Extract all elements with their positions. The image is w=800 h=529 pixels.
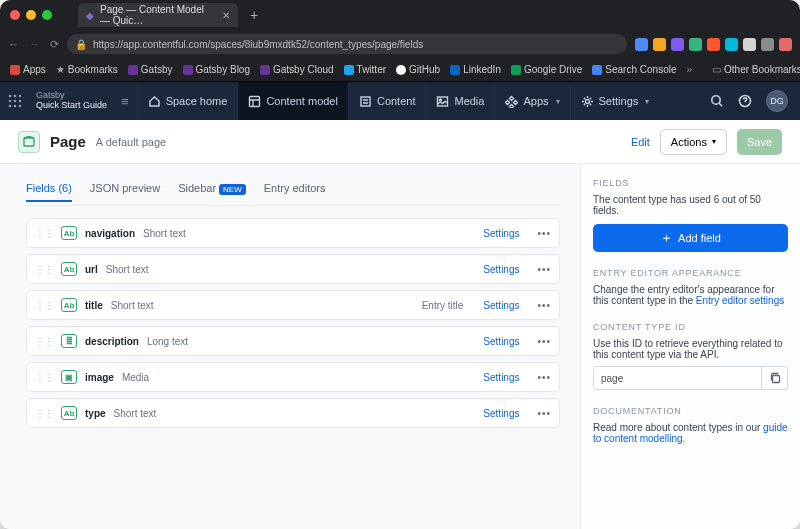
browser-toolbar: ← → ⟳ 🔒 https://app.contentful.com/space…: [0, 30, 800, 58]
bookmark-item[interactable]: Twitter: [344, 64, 386, 75]
content-type-header: Page A default page Edit Actions▾ Save: [0, 120, 800, 164]
field-settings-link[interactable]: Settings: [483, 336, 519, 347]
appearance-text: Change the entry editor's appearance for…: [593, 284, 788, 306]
minimize-window-button[interactable]: [26, 10, 36, 20]
drag-handle-icon[interactable]: ⋮⋮: [35, 408, 53, 419]
field-row[interactable]: ⋮⋮AbtypeShort textSettings•••: [26, 398, 560, 428]
bookmark-item[interactable]: Apps: [10, 64, 46, 75]
address-bar[interactable]: 🔒 https://app.contentful.com/spaces/8iub…: [67, 34, 627, 54]
drag-handle-icon[interactable]: ⋮⋮: [35, 228, 53, 239]
close-window-button[interactable]: [10, 10, 20, 20]
svg-point-7: [14, 105, 17, 108]
svg-point-5: [19, 100, 22, 103]
close-tab-icon[interactable]: ✕: [222, 10, 230, 21]
extension-icon[interactable]: [779, 38, 792, 51]
field-more-icon[interactable]: •••: [537, 228, 551, 239]
content-tabs: Fields (6) JSON preview SidebarNEW Entry…: [26, 178, 560, 206]
svg-point-2: [19, 95, 22, 98]
extension-icon[interactable]: [743, 38, 756, 51]
bookmark-item[interactable]: Gatsby Blog: [183, 64, 250, 75]
sidebar-heading: CONTENT TYPE ID: [593, 322, 788, 332]
tab-fields[interactable]: Fields (6): [26, 182, 72, 202]
maximize-window-button[interactable]: [42, 10, 52, 20]
content-type-id-input[interactable]: [593, 366, 762, 390]
help-icon[interactable]: [738, 94, 752, 108]
extension-icon[interactable]: [725, 38, 738, 51]
field-kind: Short text: [143, 228, 186, 239]
svg-point-1: [14, 95, 17, 98]
field-row[interactable]: ⋮⋮AbnavigationShort textSettings•••: [26, 218, 560, 248]
field-row[interactable]: ⋮⋮▣imageMediaSettings•••: [26, 362, 560, 392]
tab-entry-editors[interactable]: Entry editors: [264, 182, 326, 202]
extension-icon[interactable]: [671, 38, 684, 51]
field-more-icon[interactable]: •••: [537, 372, 551, 383]
extension-icon[interactable]: [707, 38, 720, 51]
add-field-button[interactable]: ＋Add field: [593, 224, 788, 252]
drag-handle-icon[interactable]: ⋮⋮: [35, 264, 53, 275]
nav-settings[interactable]: Settings▾: [570, 82, 660, 120]
svg-point-12: [440, 99, 442, 101]
field-type-icon: Ab: [61, 226, 77, 240]
bookmark-item[interactable]: GitHub: [396, 64, 440, 75]
app-switcher-button[interactable]: [0, 94, 30, 108]
back-button[interactable]: ←: [8, 38, 19, 51]
save-button[interactable]: Save: [737, 129, 782, 155]
field-settings-link[interactable]: Settings: [483, 372, 519, 383]
field-name: navigation: [85, 228, 135, 239]
app-navbar: Gatsby Quick Start Guide ≡ Space home Co…: [0, 82, 800, 120]
reload-button[interactable]: ⟳: [50, 38, 59, 51]
tab-sidebar[interactable]: SidebarNEW: [178, 182, 246, 202]
bookmark-item[interactable]: Gatsby: [128, 64, 173, 75]
field-more-icon[interactable]: •••: [537, 300, 551, 311]
extension-icon[interactable]: [653, 38, 666, 51]
lock-icon: 🔒: [75, 39, 87, 50]
extension-icon[interactable]: [635, 38, 648, 51]
content-type-icon: [18, 131, 40, 153]
field-more-icon[interactable]: •••: [537, 408, 551, 419]
field-row[interactable]: ⋮⋮≣descriptionLong textSettings•••: [26, 326, 560, 356]
actions-button[interactable]: Actions▾: [660, 129, 727, 155]
sidebar-heading: DOCUMENTATION: [593, 406, 788, 416]
bookmark-item[interactable]: LinkedIn: [450, 64, 501, 75]
nav-apps[interactable]: Apps▾: [494, 82, 569, 120]
edit-link[interactable]: Edit: [631, 136, 650, 148]
field-settings-link[interactable]: Settings: [483, 300, 519, 311]
browser-tab[interactable]: ◆ Page — Content Model — Quic… ✕: [78, 3, 238, 27]
bookmark-item[interactable]: Gatsby Cloud: [260, 64, 334, 75]
field-more-icon[interactable]: •••: [537, 336, 551, 347]
field-row[interactable]: ⋮⋮AbtitleShort textEntry titleSettings••…: [26, 290, 560, 320]
nav-content[interactable]: Content: [348, 82, 426, 120]
extensions: [635, 38, 792, 51]
bookmark-item[interactable]: Search Console: [592, 64, 676, 75]
nav-content-model[interactable]: Content model: [237, 82, 348, 120]
field-settings-link[interactable]: Settings: [483, 264, 519, 275]
entry-editor-settings-link[interactable]: Entry editor settings: [696, 295, 784, 306]
field-type-icon: Ab: [61, 298, 77, 312]
extension-icon[interactable]: [689, 38, 702, 51]
bookmark-item[interactable]: ★Bookmarks: [56, 64, 118, 75]
drag-handle-icon[interactable]: ⋮⋮: [35, 336, 53, 347]
field-row[interactable]: ⋮⋮AburlShort textSettings•••: [26, 254, 560, 284]
forward-button[interactable]: →: [29, 38, 40, 51]
drag-handle-icon[interactable]: ⋮⋮: [35, 372, 53, 383]
drag-handle-icon[interactable]: ⋮⋮: [35, 300, 53, 311]
entry-title-badge: Entry title: [422, 300, 464, 311]
search-icon[interactable]: [710, 94, 724, 108]
tab-json-preview[interactable]: JSON preview: [90, 182, 160, 202]
field-more-icon[interactable]: •••: [537, 264, 551, 275]
nav-space-home[interactable]: Space home: [137, 82, 238, 120]
bookmark-item[interactable]: Google Drive: [511, 64, 582, 75]
bookmark-item[interactable]: ▭Other Bookmarks: [712, 64, 800, 75]
field-name: title: [85, 300, 103, 311]
copy-id-button[interactable]: [762, 366, 788, 390]
nav-media[interactable]: Media: [425, 82, 494, 120]
tab-title: Page — Content Model — Quic…: [100, 4, 216, 26]
menu-icon[interactable]: ≡: [113, 94, 137, 109]
svg-point-0: [9, 95, 12, 98]
new-tab-button[interactable]: +: [250, 7, 258, 23]
user-avatar[interactable]: DG: [766, 90, 788, 112]
field-name: type: [85, 408, 106, 419]
field-settings-link[interactable]: Settings: [483, 228, 519, 239]
field-settings-link[interactable]: Settings: [483, 408, 519, 419]
extension-icon[interactable]: [761, 38, 774, 51]
